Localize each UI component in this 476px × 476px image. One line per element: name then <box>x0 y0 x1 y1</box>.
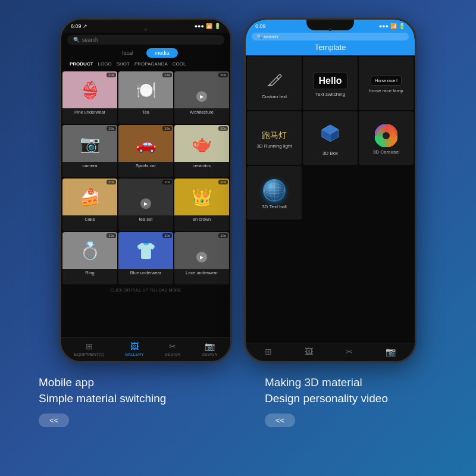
phone1-grid: 👙 Pink underwear 10s 🍽️ Tea 14s ▶ Archit <box>61 70 230 286</box>
cat-cool[interactable]: COOL <box>173 61 186 67</box>
caption-right-text: Making 3D material Design personality vi… <box>265 375 437 406</box>
grid-item-ceramics[interactable]: 🫖 ceramics 10s <box>174 125 229 177</box>
phone2-nav-4[interactable]: 📷 <box>386 347 396 356</box>
phone2-nav-3[interactable]: ✂ <box>346 347 353 356</box>
bottom-captions: Mobile app Simple material switching << … <box>0 369 476 427</box>
grid-item-architecture[interactable]: ▶ Architecture 20s <box>174 71 229 124</box>
phone1-tabs: local media <box>67 48 224 58</box>
template-title: Template <box>246 40 415 55</box>
template-grid: Custom text Hello Text switching Horse r… <box>246 55 415 221</box>
phone2-nav-gallery-icon: 🖼 <box>305 347 313 356</box>
grid-item-blue-underwear[interactable]: 👕 Blue underwear 10s <box>118 232 173 284</box>
template-3d-carousel[interactable]: 3D Carousel <box>359 111 414 165</box>
grid-item-camera[interactable]: 📷 camera 18s <box>62 125 117 177</box>
svg-point-5 <box>383 132 390 139</box>
cat-product[interactable]: PRODUCT <box>70 61 93 67</box>
load-more-text[interactable]: CLICK OR PULL UP TO LOAD MORE <box>61 286 230 295</box>
phone2-time: 6:09 <box>255 23 266 29</box>
template-text-switching[interactable]: Hello Text switching <box>303 57 358 110</box>
phones-container: 6:09 ↗ ●●● 📶 🔋 🔍 search local <box>0 0 476 363</box>
cat-propaganda[interactable]: PROPAGANDA <box>134 61 168 67</box>
running-light-icon: 跑马灯 <box>262 130 287 141</box>
grid-item-teaset[interactable]: ▶ tea set 10s <box>118 178 173 231</box>
phone2-nav-design-icon: ✂ <box>346 347 353 356</box>
phone2-bottom-nav: ⊞ 🖼 ✂ 📷 <box>246 343 415 361</box>
prev-btn-left[interactable]: << <box>39 414 69 427</box>
phone-1: 6:09 ↗ ●●● 📶 🔋 🔍 search local <box>60 18 232 363</box>
nav-gallery[interactable]: 🖼 GALLERY <box>125 342 144 356</box>
camera-icon: 📷 <box>205 342 215 351</box>
carousel-3d-icon <box>375 124 397 147</box>
tab-media[interactable]: media <box>146 48 178 58</box>
grid-item-lace[interactable]: ▶ Lace underwear 10s <box>174 232 229 284</box>
template-custom-text[interactable]: Custom text <box>247 57 302 110</box>
gallery-icon: 🖼 <box>130 342 139 351</box>
grid-item-pink-underwear[interactable]: 👙 Pink underwear 10s <box>62 71 117 124</box>
pen-icon <box>265 70 284 92</box>
phone2-nav-1[interactable]: ⊞ <box>265 347 272 356</box>
play-icon-teaset: ▶ <box>140 198 151 209</box>
template-3d-ball[interactable]: 3D Text ball <box>247 166 302 220</box>
phone1-time: 6:09 ↗ <box>71 23 87 29</box>
cat-shot[interactable]: SHOT <box>117 61 130 67</box>
phone2-nav-2[interactable]: 🖼 <box>305 347 313 356</box>
grid-item-sportscar[interactable]: 🚗 Sports car 18s <box>118 125 173 177</box>
template-3d-box[interactable]: 3D Box <box>303 111 358 165</box>
caption-right: Making 3D material Design personality vi… <box>265 375 437 427</box>
phone2-nav-equipment-icon: ⊞ <box>265 347 272 356</box>
design-icon: ✂ <box>169 342 176 351</box>
phone1-header: 🔍 search local media PRODUCT LOGO SHOT P… <box>61 33 230 70</box>
box-3d-icon <box>320 123 341 148</box>
template-horse-race[interactable]: Horse race l horse race lamp <box>359 57 414 110</box>
caption-left: Mobile app Simple material switching << <box>39 375 211 427</box>
cat-logo[interactable]: LOGO <box>98 61 112 67</box>
tab-local[interactable]: local <box>114 48 142 58</box>
phone1-status-icons: ●●● 📶 🔋 <box>195 23 221 29</box>
grid-item-ring[interactable]: 💍 Ring 12s <box>62 232 117 284</box>
nav-design2[interactable]: 📷 DESIGN <box>202 342 218 356</box>
equipment-icon: ⊞ <box>86 342 93 351</box>
hello-box: Hello <box>313 73 347 89</box>
grid-item-tea[interactable]: 🍽️ Tea 14s <box>118 71 173 124</box>
phone1-bottom-nav: ⊞ EQUIPMENT(0) 🖼 GALLERY ✂ DESIGN 📷 DESI… <box>61 337 230 361</box>
phone1-categories: PRODUCT LOGO SHOT PROPAGANDA COOL <box>67 61 224 67</box>
play-icon-lace: ▶ <box>196 252 207 262</box>
phone2-status-icons: ●●● 📶 🔋 <box>379 23 405 29</box>
horse-race-box: Horse race l <box>371 76 402 86</box>
caption-left-text: Mobile app Simple material switching <box>39 375 211 406</box>
grid-item-cake[interactable]: 🍰 Cake 20s <box>62 178 117 231</box>
play-icon-arch: ▶ <box>196 91 207 102</box>
ball-3d-icon <box>263 179 286 202</box>
nav-design[interactable]: ✂ DESIGN <box>165 342 181 356</box>
template-3d-running[interactable]: 跑马灯 3D Running light <box>247 111 302 165</box>
phone2-nav-camera-icon: 📷 <box>386 347 396 356</box>
phone1-search[interactable]: 🔍 search <box>67 35 224 45</box>
nav-equipment[interactable]: ⊞ EQUIPMENT(0) <box>74 342 104 356</box>
grid-item-crown[interactable]: 👑 an crown 10s <box>174 178 229 231</box>
phone2-search[interactable]: 🔍 search <box>252 33 409 40</box>
phone-2: 6:09 ●●● 📶 🔋 🔍 search Template <box>244 18 416 363</box>
phone2-header: 🔍 search Template <box>246 33 415 55</box>
prev-btn-right[interactable]: << <box>265 414 295 427</box>
